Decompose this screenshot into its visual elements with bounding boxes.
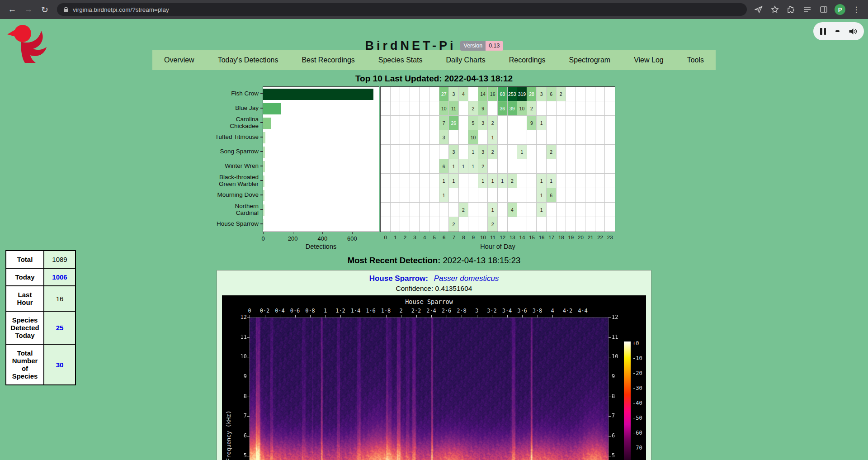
- spectrogram-y-tick: [609, 377, 611, 377]
- stats-label: Total Number of Species: [6, 344, 44, 385]
- heatmap-cell: 2: [449, 217, 459, 232]
- heatmap-cell: [391, 203, 401, 217]
- nav-item-overview[interactable]: Overview: [162, 56, 196, 64]
- pause-button[interactable]: [820, 28, 826, 35]
- spectrogram-y-tick-label-right: 5: [612, 452, 615, 459]
- send-to-device-icon[interactable]: [751, 2, 766, 17]
- nav-item-spectrogram[interactable]: Spectrogram: [567, 56, 613, 64]
- reload-button[interactable]: ↻: [37, 2, 52, 17]
- heatmap-cell: [517, 116, 527, 130]
- heatmap-cell: 10: [517, 101, 527, 116]
- stats-value-link[interactable]: 30: [56, 361, 64, 369]
- species-label-row: Blue Jay: [195, 101, 263, 115]
- heatmap-cell: 1: [478, 174, 488, 188]
- heatmap-cell: 2: [508, 174, 518, 188]
- spectrogram-x-tick: [310, 315, 311, 318]
- nav-item-best-recordings[interactable]: Best Recordings: [300, 56, 356, 64]
- heatmap-cell: 1: [449, 174, 459, 188]
- species-label: Fish Crow: [231, 90, 259, 97]
- bar-row: [263, 130, 379, 145]
- back-button[interactable]: ←: [5, 2, 20, 17]
- nav-item-today-s-detections[interactable]: Today's Detections: [216, 56, 280, 64]
- heatmap-cell: [478, 188, 488, 203]
- spectrogram-y-tick: [247, 377, 250, 377]
- spectrogram-y-tick: [609, 456, 611, 456]
- heatmap-cell: [557, 174, 566, 188]
- species-label-line: Black-throated: [219, 174, 259, 180]
- heatmap-cell: [429, 159, 439, 174]
- heatmap-cell: [459, 116, 469, 130]
- detection-species-link[interactable]: House Sparrow:: [369, 274, 428, 283]
- nav-item-species-stats[interactable]: Species Stats: [377, 56, 425, 64]
- heatmap-cell: 1: [537, 116, 547, 130]
- stats-row: Today1006: [6, 268, 75, 286]
- profile-avatar[interactable]: P: [833, 2, 847, 17]
- heatmap-cell: [381, 217, 391, 232]
- heatmap-cell: [400, 101, 410, 116]
- heatmap-cell: 6: [439, 159, 449, 174]
- spectrogram-x-tick-label: 1·2: [335, 308, 345, 314]
- heatmap-cell: [459, 174, 469, 188]
- stats-value[interactable]: 1006: [44, 268, 75, 286]
- nav-item-view-log[interactable]: View Log: [632, 56, 665, 64]
- heatmap-cell: [595, 130, 605, 145]
- detections-chart: Fish CrowBlue JayCarolinaChickadeeTufted…: [0, 86, 839, 250]
- spectrogram-x-tick: [401, 315, 401, 318]
- side-panel-icon[interactable]: [816, 2, 831, 17]
- reading-list-icon[interactable]: [800, 2, 815, 17]
- browser-menu-icon[interactable]: ⋮: [849, 2, 863, 17]
- spectrogram-x-tick: [280, 315, 280, 318]
- stats-row: Species Detected Today25: [6, 311, 75, 344]
- bar-panel: [263, 86, 379, 232]
- heatmap-cell: [547, 101, 557, 116]
- heatmap-cell: 16: [488, 87, 498, 101]
- heatmap-cell: [400, 217, 410, 232]
- nav-item-tools[interactable]: Tools: [685, 56, 706, 64]
- heatmap-cell: [429, 130, 439, 145]
- heatmap-cell: [391, 116, 401, 130]
- stats-value[interactable]: 30: [44, 344, 75, 385]
- bar-axis-tick: [263, 232, 264, 234]
- volume-button[interactable]: [849, 28, 857, 35]
- spectrogram-y-tick-label-left: 12: [236, 314, 247, 320]
- heatmap-cell: [576, 188, 586, 203]
- extensions-puzzle-icon[interactable]: [784, 2, 798, 17]
- bar-row: [263, 145, 379, 159]
- heatmap-cell: [595, 203, 605, 217]
- heatmap-cell: [605, 101, 615, 116]
- address-bar[interactable]: virginia.birdnetpi.com/?stream=play: [57, 3, 747, 16]
- heatmap-cell: [381, 130, 391, 145]
- heatmap-cell: [400, 130, 410, 145]
- stats-label: Last Hour: [6, 286, 44, 311]
- nav-item-recordings[interactable]: Recordings: [507, 56, 547, 64]
- detection-latin-name[interactable]: Passer domesticus: [434, 274, 499, 283]
- heatmap-cell: [527, 174, 537, 188]
- heatmap-cell: [429, 116, 439, 130]
- spectrogram-x-tick-label: 4: [551, 308, 554, 314]
- spectrogram-x-tick: [340, 315, 341, 318]
- heatmap-cell: [391, 159, 401, 174]
- heatmap-cell: [585, 159, 595, 174]
- heatmap-cell: [488, 188, 498, 203]
- spectrogram-y-tick-label-left: 9: [236, 373, 247, 379]
- bookmark-star-icon[interactable]: [768, 2, 782, 17]
- spectrogram-x-tick: [431, 315, 432, 318]
- heatmap-cell: [508, 188, 518, 203]
- reload-icon: ↻: [41, 5, 48, 15]
- stats-value-link[interactable]: 1006: [52, 273, 67, 281]
- bar-axis-tick: [293, 232, 293, 234]
- heatmap-cell: 1: [488, 174, 498, 188]
- hour-axis-label: 17: [547, 232, 557, 243]
- species-bar: [263, 147, 265, 158]
- spectrogram: House Sparrow Frequency (kHz) 00·20·40·6…: [222, 295, 646, 460]
- spectrogram-x-tick-label: 3·8: [533, 308, 542, 314]
- heatmap-cell: [429, 188, 439, 203]
- heatmap-cell: [429, 145, 439, 159]
- nav-item-daily-charts[interactable]: Daily Charts: [444, 56, 487, 64]
- stats-value[interactable]: 25: [44, 311, 75, 344]
- stats-value-link[interactable]: 25: [56, 324, 64, 332]
- site-info-lock-icon[interactable]: [63, 7, 69, 13]
- forward-button[interactable]: →: [21, 2, 36, 17]
- version-badge-value: 0.13: [486, 41, 503, 51]
- bar-row: [263, 217, 379, 232]
